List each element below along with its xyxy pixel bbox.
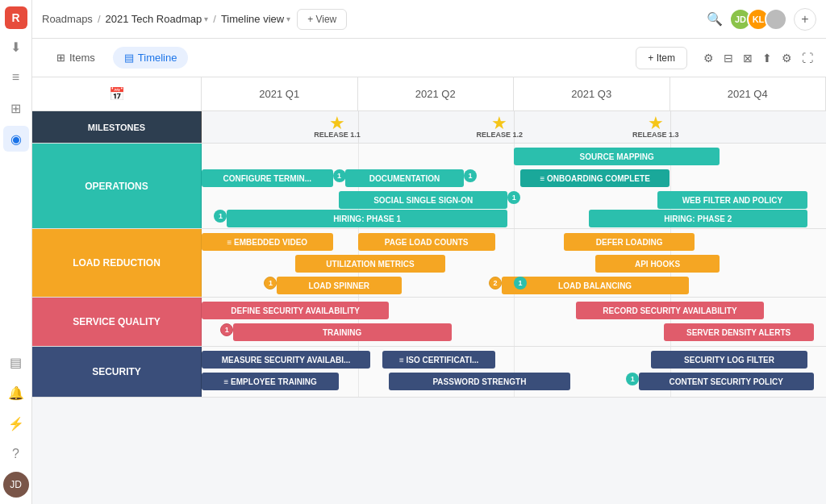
badge-csp: 1 [626,373,639,385]
milestone-label-1: RELEASE 1.1 [314,131,361,139]
badge-sso: 1 [507,191,520,204]
bar-defer-loading[interactable]: DEFER LOADING [564,233,695,251]
bar-embedded-video[interactable]: ≡ EMBEDDED VIDEO [202,233,333,251]
bar-social-sso[interactable]: SOCIAL SINGLE SIGN-ON [339,191,507,209]
operations-label-cell: OPERATIONS [32,144,202,228]
add-member-button[interactable]: + [794,8,816,31]
bar-record-security[interactable]: RECORD SECURITY AVAILABILITY [576,302,763,319]
group-icon[interactable]: ⊟ [724,52,733,65]
calendar-icon: 📅 [109,86,125,102]
badge-hiring1: 1 [214,210,227,223]
breadcrumb-sep1: / [98,13,101,25]
sidebar-icon-help[interactable]: ? [3,441,29,467]
sidebar-icon-download[interactable]: ⬇ [3,34,29,60]
load-reduction-group-row: LOAD REDUCTION ≡ EMBEDDED VIDEO PAGE LOA… [32,229,826,298]
quarters-header: 2021 Q1 2021 Q2 2021 Q3 2021 Q4 [202,77,826,110]
tab-items[interactable]: ⊞ Items [45,47,106,69]
avatar-user3[interactable] [765,8,787,31]
badge-configure: 1 [333,169,346,182]
security-label-cell: SECURITY [32,347,202,397]
security-label: SECURITY [92,366,141,377]
operations-content: SOURCE MAPPING CONFIGURE TERMIN... 1 DOC… [202,144,826,228]
sidebar-icon-roadmap[interactable]: ◉ [3,126,29,152]
breadcrumb-view[interactable]: Timeline view ▾ [221,13,290,25]
bar-server-density[interactable]: SERVER DENSITY ALERTS [664,323,814,341]
load-reduction-label: LOAD REDUCTION [73,257,161,269]
bar-utilization-metrics[interactable]: UTILIZATION METRICS [295,255,445,273]
bar-measure-security[interactable]: MEASURE SECURITY AVAILABI... [202,351,370,369]
security-group-row: SECURITY MEASURE SECURITY AVAILABI... ≡ … [32,347,826,398]
bar-api-hooks[interactable]: API HOOKS [595,255,720,273]
avatar-group: JD KL [729,8,787,31]
main-area: Roadmaps / 2021 Tech Roadmap ▾ / Timelin… [32,0,826,504]
timeline-icon: ▤ [124,52,134,64]
milestones-label: MILESTONES [88,123,145,132]
timeline-container: 📅 2021 Q1 2021 Q2 2021 Q3 2021 Q4 MILEST… [32,77,826,504]
bar-security-log-filter[interactable]: SECURITY LOG FILTER [651,351,807,369]
badge-load-spinner: 1 [264,277,277,289]
top-bar-right: 🔍 JD KL + [707,8,816,31]
add-view-button[interactable]: + View [297,9,347,30]
bar-content-security-policy[interactable]: CONTENT SECURITY POLICY [639,373,814,390]
sidebar-icon-bell[interactable]: 🔔 [3,380,29,406]
export-icon[interactable]: ⬆ [762,52,772,65]
quarter-header-row: 📅 2021 Q1 2021 Q2 2021 Q3 2021 Q4 [32,77,826,111]
badge-load-balancing-1: 1 [514,277,527,289]
bar-web-filter[interactable]: WEB FILTER AND POLICY [657,191,807,209]
bar-configure-termin[interactable]: CONFIGURE TERMIN... [202,169,333,187]
add-item-button[interactable]: + Item [636,47,687,69]
bar-source-mapping[interactable]: SOURCE MAPPING [514,148,720,165]
chevron-down-icon-view: ▾ [286,15,290,23]
load-reduction-label-cell: LOAD REDUCTION [32,229,202,297]
operations-label: OPERATIONS [85,181,148,192]
bar-training[interactable]: TRAINING [233,323,452,341]
bar-hiring-phase2[interactable]: HIRING: PHASE 2 [589,210,807,227]
bar-password-strength[interactable]: PASSWORD STRENGTH [389,373,569,390]
sidebar-icon-list[interactable]: ≡ [3,65,29,90]
bar-iso-cert[interactable]: ≡ ISO CERTIFICATI... [382,351,494,369]
service-quality-group-row: SERVICE QUALITY DEFINE SECURITY AVAILABI… [32,298,826,347]
tab-timeline[interactable]: ▤ Timeline [113,47,189,69]
quarter-q3: 2021 Q3 [514,77,670,110]
quarter-q2: 2021 Q2 [358,77,515,110]
breadcrumb-sep2: / [213,13,216,25]
bar-hiring-phase1[interactable]: HIRING: PHASE 1 [227,210,507,227]
bar-load-spinner[interactable]: LOAD SPINNER [277,277,402,294]
milestone-release-1-1: ★ RELEASE 1.1 [314,113,361,139]
app-logo[interactable]: R [5,6,27,29]
security-content: MEASURE SECURITY AVAILABI... ≡ ISO CERTI… [202,347,826,397]
columns-icon[interactable]: ⊠ [743,52,753,65]
milestone-label-3: RELEASE 1.3 [632,131,679,139]
breadcrumb-roadmaps[interactable]: Roadmaps [42,13,93,25]
bar-page-load-counts[interactable]: PAGE LOAD COUNTS [358,233,495,251]
filter-icon[interactable]: ⚙ [703,52,714,65]
quarter-q4: 2021 Q4 [670,77,827,110]
sidebar-icon-inbox[interactable]: ▤ [3,349,29,375]
milestones-label-cell: MILESTONES [32,111,202,143]
bar-documentation[interactable]: DOCUMENTATION [345,169,464,187]
badge-training: 1 [220,323,233,336]
badge-load-balancing-2: 2 [489,277,502,289]
sidebar-icon-filter[interactable]: ⊞ [3,95,29,121]
breadcrumb-roadmap-name[interactable]: 2021 Tech Roadmap ▾ [106,13,209,25]
left-sidebar: R ⬇ ≡ ⊞ ◉ ▤ 🔔 ⚡ ? JD [0,0,32,504]
operations-group-row: OPERATIONS SOURCE MAPPING CONFIGURE TERM… [32,144,826,229]
bar-load-balancing[interactable]: LOAD BALANCING [502,277,689,294]
service-quality-label: SERVICE QUALITY [73,316,160,327]
service-quality-label-cell: SERVICE QUALITY [32,298,202,346]
grid-icon: ⊞ [56,52,65,64]
bar-define-security[interactable]: DEFINE SECURITY AVAILABILITY [202,302,389,319]
settings-icon[interactable]: ⚙ [782,52,792,65]
badge-documentation: 1 [464,169,477,182]
bar-employee-training[interactable]: ≡ EMPLOYEE TRAINING [202,373,339,390]
user-avatar-sidebar[interactable]: JD [3,472,29,498]
breadcrumb: Roadmaps / 2021 Tech Roadmap ▾ / Timelin… [42,13,290,25]
milestone-label-2: RELEASE 1.2 [477,131,524,139]
top-bar: Roadmaps / 2021 Tech Roadmap ▾ / Timelin… [32,0,826,39]
bar-onboarding[interactable]: ≡ ONBOARDING COMPLETE [520,169,670,187]
search-icon[interactable]: 🔍 [707,11,723,27]
sidebar-icon-bolt[interactable]: ⚡ [3,410,29,436]
group-header-cell: 📅 [32,77,202,110]
quarter-q1: 2021 Q1 [202,77,358,110]
fullscreen-icon[interactable]: ⛶ [802,52,813,65]
